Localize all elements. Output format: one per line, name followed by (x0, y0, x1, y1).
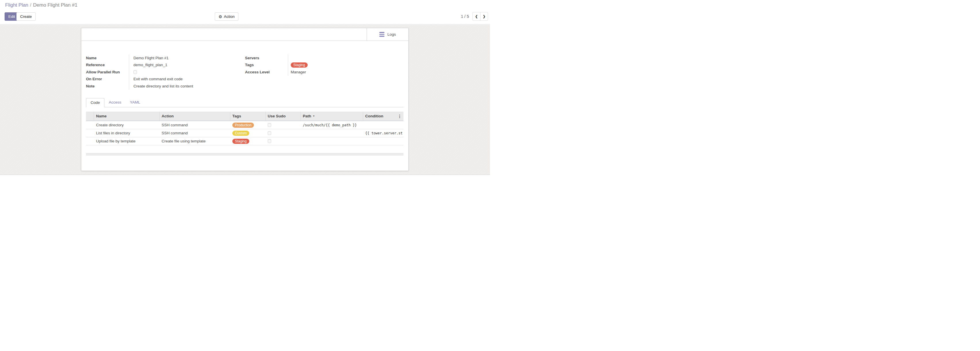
field-servers-label: Servers (245, 54, 288, 62)
row-action-cell: Create file using template (160, 139, 230, 143)
field-tags: Tags Staging (245, 62, 400, 69)
breadcrumb: Flight Plan/Demo Flight Plan #1 (5, 2, 77, 8)
table-header-condition[interactable]: Condition ⋮ (363, 112, 403, 121)
tag-badge-staging: Staging (291, 62, 308, 68)
row-condition-cell: {{ tower.server.st (363, 131, 403, 135)
horizontal-scrollbar[interactable] (86, 153, 403, 156)
pager-next-button[interactable]: ❯ (480, 12, 488, 21)
field-tags-value: Staging (288, 62, 308, 68)
field-on-error-label: On Error (86, 76, 129, 83)
field-allow-parallel-run-label: Allow Parallel Run (86, 69, 129, 76)
field-reference: Reference demo_flight_plan_1 (86, 62, 245, 69)
row-action-cell: SSH command (160, 131, 230, 135)
row-action-cell: SSH command (160, 123, 230, 127)
row-name-cell: List files in directory (94, 131, 160, 135)
logs-stat-button[interactable]: Logs (367, 28, 408, 41)
table-header-tags[interactable]: Tags (230, 112, 266, 121)
breadcrumb-separator: / (30, 2, 31, 8)
field-note: Note Create directory and list its conte… (86, 83, 245, 90)
notebook: Code Access YAML Name Action Tags Use Su… (86, 98, 403, 156)
form-fields: Name Demo Flight Plan #1 Reference demo_… (86, 54, 408, 90)
row-tags-cell: Custom (230, 131, 266, 136)
row-name-cell: Upload file by template (94, 139, 160, 143)
row-path-cell: /such/much/{{ demo_path }} (301, 123, 363, 127)
use-sudo-checkbox (268, 131, 271, 135)
field-access-level-label: Access Level (245, 69, 288, 76)
field-tags-label: Tags (245, 62, 288, 69)
gear-icon: ⚙ (218, 15, 222, 19)
control-panel: Flight Plan/Demo Flight Plan #1 Edit Cre… (0, 0, 490, 24)
field-group-left: Name Demo Flight Plan #1 Reference demo_… (86, 54, 245, 90)
list-lines-icon (379, 32, 385, 37)
table-header-condition-label: Condition (365, 114, 383, 118)
table-row[interactable]: List files in directory SSH command Cust… (86, 129, 403, 137)
pager-prev-button[interactable]: ❮ (473, 12, 480, 21)
pager: 1 / 5 ❮ ❯ (461, 12, 488, 21)
row-use-sudo-cell (266, 139, 301, 143)
row-name-cell: Create directory (94, 123, 160, 127)
table-header-path-label: Path (303, 114, 311, 118)
field-servers: Servers (245, 54, 400, 62)
content-area: Logs Name Demo Flight Plan #1 Reference … (0, 25, 490, 176)
field-name: Name Demo Flight Plan #1 (86, 54, 245, 62)
row-tags-cell: Staging (230, 139, 266, 144)
pager-buttons: ❮ ❯ (473, 12, 488, 21)
field-reference-label: Reference (86, 62, 129, 69)
field-on-error-value: Exit with command exit code (129, 77, 183, 81)
field-note-value: Create directory and list its content (129, 84, 193, 88)
field-allow-parallel-run: Allow Parallel Run (86, 69, 245, 76)
breadcrumb-current: Demo Flight Plan #1 (33, 2, 77, 8)
field-access-level: Access Level Manager (245, 69, 400, 76)
row-use-sudo-cell (266, 131, 301, 135)
form-card: Logs Name Demo Flight Plan #1 Reference … (81, 28, 409, 171)
action-menu-label: Action (224, 14, 235, 19)
tab-bar: Code Access YAML (86, 98, 403, 107)
tab-yaml[interactable]: YAML (126, 98, 145, 107)
form-card-header: Logs (81, 28, 408, 41)
field-name-label: Name (86, 54, 129, 62)
field-on-error: On Error Exit with command exit code (86, 76, 245, 83)
field-note-label: Note (86, 83, 129, 90)
table-header-row: Name Action Tags Use Sudo Path ▼ Conditi… (86, 112, 403, 121)
table-header-action[interactable]: Action (160, 112, 230, 121)
breadcrumb-parent-link[interactable]: Flight Plan (5, 2, 28, 8)
chevron-left-icon: ❮ (475, 14, 478, 18)
sort-desc-icon: ▼ (313, 115, 315, 117)
field-access-level-value: Manager (288, 70, 306, 74)
table-row[interactable]: Upload file by template Create file usin… (86, 137, 403, 145)
tab-access[interactable]: Access (104, 98, 126, 107)
table-header-use-sudo[interactable]: Use Sudo (266, 112, 301, 121)
commands-table: Name Action Tags Use Sudo Path ▼ Conditi… (86, 112, 403, 145)
tag-badge-staging-row: Staging (232, 139, 249, 144)
tab-code[interactable]: Code (86, 98, 104, 107)
chevron-right-icon: ❯ (482, 14, 485, 18)
use-sudo-checkbox (268, 139, 271, 143)
field-name-value: Demo Flight Plan #1 (129, 56, 169, 60)
logs-stat-label: Logs (387, 32, 396, 37)
tag-badge-custom: Custom (232, 131, 249, 136)
table-row[interactable]: Create directory SSH command Production … (86, 121, 403, 129)
row-use-sudo-cell (266, 123, 301, 127)
table-header-name[interactable]: Name (94, 112, 160, 121)
bottom-divider (0, 174, 490, 176)
use-sudo-checkbox (268, 123, 271, 127)
table-header-path[interactable]: Path ▼ (301, 112, 363, 121)
create-button[interactable]: Create (16, 12, 36, 21)
allow-parallel-run-checkbox (134, 70, 137, 74)
tag-badge-production: Production (232, 123, 254, 128)
field-allow-parallel-run-value (129, 70, 137, 74)
action-menu-button[interactable]: ⚙ Action (215, 12, 239, 21)
field-group-right: Servers Tags Staging Access Level Manage… (245, 54, 400, 90)
row-tags-cell: Production (230, 123, 266, 128)
table-header-handle (86, 112, 94, 121)
column-options-icon[interactable]: ⋮ (398, 114, 402, 118)
pager-counter: 1 / 5 (461, 14, 469, 19)
field-reference-value: demo_flight_plan_1 (129, 63, 167, 67)
